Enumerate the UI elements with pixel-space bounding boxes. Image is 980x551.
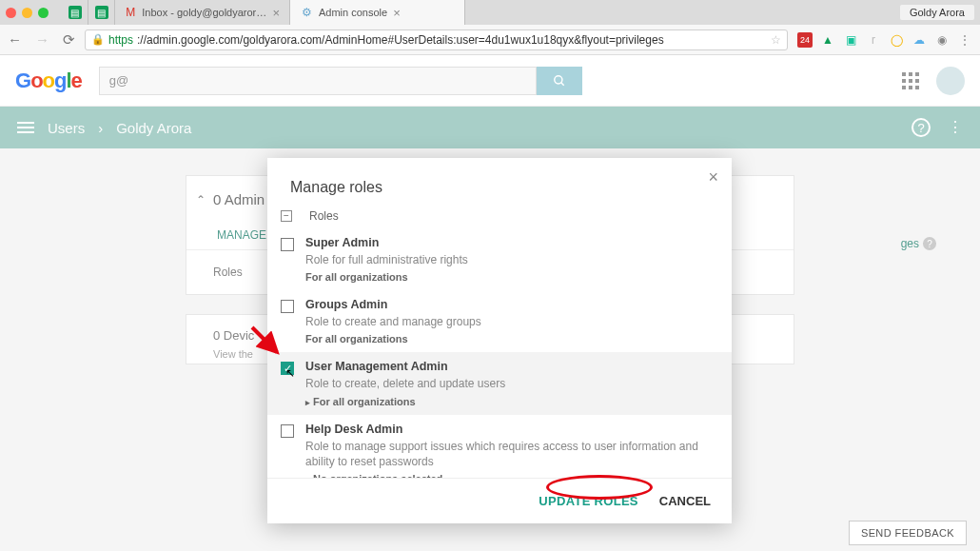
bookmark-star-icon[interactable]: ☆ (771, 33, 781, 47)
extension-icon[interactable]: ▲ (820, 32, 835, 48)
privileges-link[interactable]: ges ? (901, 237, 936, 250)
extension-icon[interactable]: 24 (797, 32, 813, 48)
expand-icon: ▸ (305, 398, 310, 407)
role-checkbox[interactable] (281, 424, 294, 438)
browser-tab-admin-console[interactable]: ⚙ Admin console × (290, 0, 465, 25)
close-tab-icon[interactable]: × (393, 6, 401, 20)
browser-extensions: 24 ▲ ▣ r ◯ ☁ ◉ ⋮ (797, 32, 972, 48)
role-row[interactable]: Groups AdminRole to create and manage gr… (267, 290, 732, 352)
overflow-menu-icon[interactable]: ⋮ (948, 126, 963, 129)
extension-icon[interactable]: ◉ (934, 32, 950, 48)
role-row[interactable]: ✓↖User Management AdminRole to create, d… (267, 352, 732, 414)
sheets-icon: ▤ (69, 6, 82, 19)
role-title: Help Desk Admin (305, 423, 715, 436)
extension-icon[interactable]: ☁ (911, 32, 927, 48)
close-tab-icon[interactable]: × (272, 6, 280, 20)
gmail-icon: M (125, 6, 136, 19)
role-row[interactable]: Help Desk AdminRole to manage support is… (267, 415, 732, 479)
url-text: ://admin.google.com/goldyarora.com/Admin… (137, 33, 664, 47)
sheets-icon: ▤ (95, 6, 108, 19)
role-description: Role to create and manage groups (305, 314, 481, 329)
svg-point-0 (555, 75, 562, 83)
role-title: Super Admin (305, 236, 468, 249)
update-roles-button[interactable]: UPDATE ROLES (539, 494, 637, 508)
close-window-icon[interactable] (6, 8, 16, 18)
browser-menu-icon[interactable]: ⋮ (957, 32, 972, 48)
svg-line-1 (561, 82, 564, 85)
role-checkbox[interactable]: ✓↖ (281, 362, 294, 375)
browser-profile-badge[interactable]: Goldy Arora (900, 5, 974, 20)
tab-manage[interactable]: MANAGE (215, 221, 268, 249)
role-org-scope[interactable]: For all organizations (305, 333, 481, 344)
extension-icon[interactable]: ◯ (889, 32, 904, 48)
window-controls[interactable] (6, 8, 49, 18)
role-org-scope[interactable]: For all organizations (305, 271, 468, 283)
collapse-all-icon[interactable]: − (281, 210, 292, 222)
browser-nav-controls: ← → ⟳ (8, 31, 75, 49)
browser-tab-inbox[interactable]: M Inbox - goldy@goldyarora.com × (115, 0, 290, 25)
role-checkbox[interactable] (281, 300, 294, 313)
gear-icon: ⚙ (300, 6, 313, 19)
search-button[interactable] (537, 67, 582, 95)
maximize-window-icon[interactable] (38, 8, 49, 18)
role-row[interactable]: Super AdminRole for full administrative … (267, 228, 732, 290)
tab-label: Admin console (319, 7, 387, 18)
section-title: 0 Admin (213, 191, 265, 207)
role-title: User Management Admin (305, 360, 505, 373)
cancel-button[interactable]: CANCEL (659, 494, 711, 508)
manage-roles-dialog: Manage roles × − Roles Super AdminRole f… (267, 158, 732, 523)
browser-address-bar: ← → ⟳ 🔒 https://admin.google.com/goldyar… (0, 25, 980, 55)
tab-label: Inbox - goldy@goldyarora.com (142, 7, 266, 18)
role-description: Role for full administrative rights (305, 252, 468, 267)
browser-tab-strip: ▤ ▤ M Inbox - goldy@goldyarora.com × ⚙ A… (0, 0, 980, 25)
forward-icon[interactable]: → (35, 31, 49, 49)
search-wrap (99, 67, 582, 95)
role-checkbox[interactable] (281, 238, 294, 251)
back-icon[interactable]: ← (8, 31, 22, 49)
role-description: Role to manage support issues which requ… (305, 439, 715, 469)
breadcrumb-user-name: Goldy Arora (116, 120, 191, 136)
url-protocol: https (108, 33, 133, 47)
extension-icon[interactable]: ▣ (843, 32, 858, 48)
chevron-up-icon[interactable]: ⌃ (196, 193, 206, 207)
dialog-title: Manage roles (290, 179, 382, 195)
help-tooltip-icon[interactable]: ? (923, 237, 936, 250)
browser-tab-sheets[interactable]: ▤ (62, 0, 88, 25)
send-feedback-button[interactable]: SEND FEEDBACK (849, 521, 967, 545)
browser-tab-sheets-2[interactable]: ▤ (88, 0, 115, 25)
google-logo: Google (15, 69, 82, 93)
search-input[interactable] (99, 67, 537, 95)
role-description: Role to create, delete and update users (305, 376, 505, 391)
apps-launcher-icon[interactable] (902, 72, 919, 89)
admin-subheader: Users › Goldy Arora ? ⋮ (0, 107, 980, 148)
minimize-window-icon[interactable] (22, 8, 32, 18)
cursor-icon: ↖ (285, 366, 295, 380)
reload-icon[interactable]: ⟳ (63, 31, 75, 49)
close-icon[interactable]: × (708, 167, 718, 187)
help-icon[interactable]: ? (911, 118, 931, 137)
roles-column-header: Roles (309, 209, 339, 223)
extension-icon[interactable]: r (866, 32, 881, 48)
lock-icon: 🔒 (91, 33, 105, 46)
app-header: Google (0, 55, 980, 107)
roles-list[interactable]: Super AdminRole for full administrative … (267, 228, 732, 479)
account-avatar[interactable] (936, 67, 965, 95)
chevron-right-icon: › (98, 120, 103, 136)
role-org-scope[interactable]: ▸For all organizations (305, 396, 505, 407)
breadcrumb-users[interactable]: Users (48, 120, 85, 136)
role-title: Groups Admin (305, 298, 481, 311)
url-input[interactable]: 🔒 https://admin.google.com/goldyarora.co… (85, 30, 788, 50)
menu-icon[interactable] (17, 122, 34, 133)
roles-label: Roles (213, 266, 243, 279)
search-icon (553, 74, 566, 88)
